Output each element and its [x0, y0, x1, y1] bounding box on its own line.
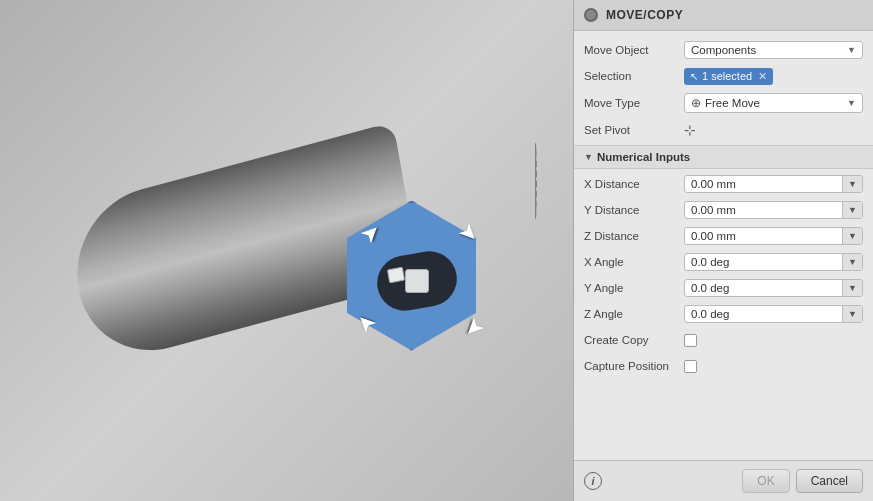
move-object-value: Components	[691, 44, 756, 56]
y-angle-label: Y Angle	[584, 282, 684, 294]
z-angle-arrow[interactable]: ▼	[842, 306, 862, 322]
z-angle-row: Z Angle 0.0 deg ▼	[574, 301, 873, 327]
x-distance-input-group: 0.00 mm ▼	[684, 175, 863, 193]
panel-header-icon	[584, 8, 598, 22]
move-type-label: Move Type	[584, 97, 684, 109]
y-distance-input-group: 0.00 mm ▼	[684, 201, 863, 219]
z-distance-label: Z Distance	[584, 230, 684, 242]
y-distance-arrow[interactable]: ▼	[842, 202, 862, 218]
create-copy-checkbox[interactable]	[684, 334, 697, 347]
y-distance-row: Y Distance 0.00 mm ▼	[574, 197, 873, 223]
move-type-dropdown[interactable]: ⊕ Free Move ▼	[684, 93, 863, 113]
y-angle-arrow[interactable]: ▼	[842, 280, 862, 296]
y-distance-label: Y Distance	[584, 204, 684, 216]
selection-label: Selection	[584, 70, 684, 82]
x-distance-value[interactable]: 0.00 mm	[685, 176, 842, 192]
x-distance-row: X Distance 0.00 mm ▼	[574, 171, 873, 197]
set-pivot-label: Set Pivot	[584, 124, 684, 136]
panel-header: MOVE/COPY	[574, 0, 873, 31]
move-type-row: Move Type ⊕ Free Move ▼	[574, 89, 873, 117]
panel-body: Move Object Components ▼ Selection ↖ 1 s…	[574, 31, 873, 460]
move-copy-panel: MOVE/COPY Move Object Components ▼ Selec…	[573, 0, 873, 501]
pivot-icon[interactable]: ⊹	[684, 122, 696, 138]
selection-badge-text: 1 selected	[702, 70, 752, 82]
selection-badge[interactable]: ↖ 1 selected ✕	[684, 68, 773, 85]
panel-footer: i OK Cancel	[574, 460, 873, 501]
numerical-inputs-section[interactable]: ▼ Numerical Inputs	[574, 145, 873, 169]
move-type-value: Free Move	[705, 97, 760, 109]
move-object-label: Move Object	[584, 44, 684, 56]
selection-control: ↖ 1 selected ✕	[684, 68, 863, 85]
hex-selected-part: ➤ ➤ ➤ ➤	[337, 201, 497, 361]
z-distance-arrow[interactable]: ▼	[842, 228, 862, 244]
set-pivot-control: ⊹	[684, 122, 863, 138]
z-distance-control: 0.00 mm ▼	[684, 227, 863, 245]
footer-buttons: OK Cancel	[742, 469, 863, 493]
z-angle-input-group: 0.0 deg ▼	[684, 305, 863, 323]
move-object-control: Components ▼	[684, 41, 863, 59]
create-copy-control	[684, 334, 863, 347]
cancel-button[interactable]: Cancel	[796, 469, 863, 493]
y-angle-value[interactable]: 0.0 deg	[685, 280, 842, 296]
z-distance-value[interactable]: 0.00 mm	[685, 228, 842, 244]
numerical-inputs-title: Numerical Inputs	[597, 151, 690, 163]
curved-line	[534, 141, 537, 221]
capture-position-checkbox[interactable]	[684, 360, 697, 373]
3d-viewport[interactable]: ➤ ➤ ➤ ➤	[0, 0, 573, 501]
move-object-dropdown[interactable]: Components ▼	[684, 41, 863, 59]
selection-close-icon[interactable]: ✕	[758, 70, 767, 83]
y-angle-control: 0.0 deg ▼	[684, 279, 863, 297]
free-move-icon: ⊕	[691, 96, 701, 110]
x-angle-label: X Angle	[584, 256, 684, 268]
set-pivot-row: Set Pivot ⊹	[574, 117, 873, 143]
z-angle-value[interactable]: 0.0 deg	[685, 306, 842, 322]
y-distance-value[interactable]: 0.00 mm	[685, 202, 842, 218]
panel-title: MOVE/COPY	[606, 8, 683, 22]
x-angle-arrow[interactable]: ▼	[842, 254, 862, 270]
move-object-dropdown-arrow: ▼	[847, 45, 856, 55]
z-distance-row: Z Distance 0.00 mm ▼	[574, 223, 873, 249]
capture-position-label: Capture Position	[584, 360, 684, 372]
z-angle-control: 0.0 deg ▼	[684, 305, 863, 323]
y-distance-control: 0.00 mm ▼	[684, 201, 863, 219]
y-angle-row: Y Angle 0.0 deg ▼	[574, 275, 873, 301]
create-copy-row: Create Copy	[574, 327, 873, 353]
x-angle-control: 0.0 deg ▼	[684, 253, 863, 271]
move-icon	[405, 269, 429, 293]
y-angle-input-group: 0.0 deg ▼	[684, 279, 863, 297]
cursor-icon: ↖	[690, 71, 698, 82]
capture-position-row: Capture Position	[574, 353, 873, 379]
z-angle-label: Z Angle	[584, 308, 684, 320]
x-distance-control: 0.00 mm ▼	[684, 175, 863, 193]
3d-object: ➤ ➤ ➤ ➤	[47, 61, 527, 441]
ok-button[interactable]: OK	[742, 469, 789, 493]
selection-row: Selection ↖ 1 selected ✕	[574, 63, 873, 89]
move-type-dropdown-arrow: ▼	[847, 98, 856, 108]
capture-position-control	[684, 360, 863, 373]
move-square-1	[387, 266, 405, 283]
move-type-control: ⊕ Free Move ▼	[684, 93, 863, 113]
create-copy-label: Create Copy	[584, 334, 684, 346]
move-object-row: Move Object Components ▼	[574, 37, 873, 63]
x-distance-label: X Distance	[584, 178, 684, 190]
x-angle-input-group: 0.0 deg ▼	[684, 253, 863, 271]
x-angle-row: X Angle 0.0 deg ▼	[574, 249, 873, 275]
z-distance-input-group: 0.00 mm ▼	[684, 227, 863, 245]
x-distance-arrow[interactable]: ▼	[842, 176, 862, 192]
x-angle-value[interactable]: 0.0 deg	[685, 254, 842, 270]
info-button[interactable]: i	[584, 472, 602, 490]
section-collapse-arrow: ▼	[584, 152, 593, 162]
